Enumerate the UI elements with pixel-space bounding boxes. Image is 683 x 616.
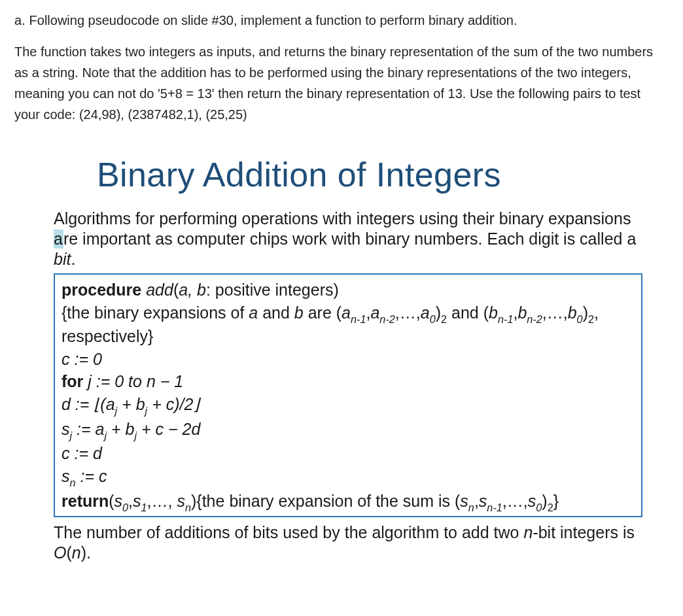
intro-end: .	[71, 250, 75, 268]
intro-pre: Algorithms for performing operations wit…	[54, 209, 631, 228]
algo-sn-line: sn := c	[61, 466, 635, 490]
kw-return: return	[61, 492, 109, 510]
ret-sn: s	[177, 492, 185, 510]
complexity-n: n	[523, 523, 533, 541]
question-label: a.	[14, 13, 29, 27]
d-mid1: +	[117, 395, 136, 413]
close1: )	[436, 303, 441, 322]
base2a: 2	[441, 313, 447, 325]
b-n2: b	[517, 303, 527, 322]
kw-procedure: procedure	[61, 281, 146, 299]
complexity-paren: (	[66, 543, 71, 562]
comment-mid1: and	[258, 303, 294, 322]
comment-b: b	[294, 303, 304, 322]
algo-c-init: c := 0	[61, 349, 635, 371]
complexity-O: O	[54, 543, 66, 562]
complexity-note: The number of additions of bits used by …	[54, 522, 642, 563]
algorithm-box: procedure add(a, b: positive integers) {…	[54, 273, 642, 517]
ret-close2: )	[542, 492, 547, 510]
complexity-end: ).	[81, 543, 91, 562]
comment-mid2: are (	[304, 303, 342, 322]
comma-end: ,	[594, 303, 599, 322]
intro-hl-a: a	[54, 230, 63, 248]
comma-dots1b: ,…,	[542, 303, 568, 322]
d-post: + c)/2⌋	[147, 395, 200, 413]
d-subj2: j	[145, 405, 148, 417]
ret-sn1: s	[479, 492, 487, 510]
ret-cma: ,	[474, 492, 479, 510]
algo-s-line: sj := aj + bj + c − 2d	[61, 419, 635, 443]
s-s: s	[61, 420, 70, 438]
ret-sub0b: 0	[536, 502, 542, 513]
b-sub-n1: n-1	[498, 313, 514, 325]
for-rest: j := 0 to n − 1	[83, 372, 183, 390]
ret-s0: s	[114, 492, 123, 510]
comment-open: {the binary expansions of	[61, 303, 249, 322]
comma-dots1: ,…,	[395, 303, 421, 322]
s-subj: j	[70, 430, 73, 441]
algo-procedure: procedure add(a, b: positive integers)	[61, 279, 635, 301]
s-bj: b	[126, 420, 135, 438]
close2: )	[583, 303, 588, 322]
s-post: + c − 2d	[137, 420, 200, 438]
d-aj: a	[106, 395, 115, 413]
a-n1: a	[342, 303, 351, 322]
ret-base2: 2	[548, 502, 553, 513]
algo-for: for j := 0 to n − 1	[61, 371, 635, 393]
sn-rest: := c	[76, 467, 107, 485]
sub-n1: n-1	[351, 313, 366, 325]
ret-brace: }	[553, 492, 559, 510]
ret-dots: ,…,	[147, 492, 177, 510]
b-sub-0: 0	[577, 313, 583, 325]
algo-return: return(s0,s1,…, sn){the binary expansion…	[61, 490, 635, 515]
intro-bit: bit	[54, 250, 71, 268]
algo-d-line: d := ⌊(aj + bj + c)/2⌋	[61, 394, 635, 418]
complexity-n2: n	[72, 543, 81, 562]
ret-s0b: s	[528, 492, 536, 510]
ret-subn: n	[185, 502, 191, 513]
ret-open: (	[109, 492, 114, 510]
b-sub-n2: n-2	[527, 313, 542, 325]
complexity-mid: -bit integers is	[533, 523, 635, 541]
sn-sub: n	[70, 477, 76, 488]
ret-sub0: 0	[122, 502, 128, 513]
s-aj-sub: j	[104, 430, 107, 441]
and-text: and (	[447, 303, 489, 322]
complexity-pre: The number of additions of bits used by …	[54, 523, 523, 541]
b-n1: b	[489, 303, 498, 322]
b-0: b	[568, 303, 577, 322]
slide-intro: Algorithms for performing operations wit…	[54, 209, 642, 269]
sub-n2: n-2	[379, 313, 395, 325]
d-bj: b	[136, 395, 145, 413]
ret-s1: s	[133, 492, 141, 510]
proc-open: (	[173, 281, 179, 299]
s-aj: a	[96, 420, 105, 438]
proc-args: a, b	[179, 281, 206, 299]
ret-subna: n	[468, 502, 474, 513]
d-pre: d := ⌊(	[61, 395, 106, 413]
ret-subn1: n-1	[487, 502, 502, 513]
intro-hl-rest: re	[63, 230, 78, 248]
a-n2: a	[370, 303, 379, 322]
intro-post: important as computer chips work with bi…	[78, 230, 636, 248]
proc-rest: : positive integers)	[206, 281, 339, 299]
question-description: The function takes two integers as input…	[14, 41, 669, 125]
ret-sub1: 1	[141, 502, 147, 513]
ret-comment-pre: {the binary expansion of the sum is (	[196, 492, 460, 510]
d-subj1: j	[115, 405, 118, 417]
ret-sna: s	[460, 492, 468, 510]
s-bj-sub: j	[135, 430, 137, 441]
respectively: respectively}	[61, 327, 153, 345]
slide-title: Binary Addition of Integers	[97, 155, 669, 194]
algo-c-d: c := d	[61, 443, 635, 465]
base2b: 2	[588, 313, 594, 325]
kw-for: for	[61, 372, 83, 390]
comment-a: a	[249, 303, 258, 322]
s-mid: :=	[72, 420, 95, 438]
sub-0: 0	[430, 313, 436, 325]
question-text: Following pseudocode on slide #30, imple…	[29, 13, 517, 27]
question-line: a. Following pseudocode on slide #30, im…	[14, 13, 669, 28]
ret-dots2: ,…,	[502, 492, 528, 510]
proc-name: add	[146, 281, 173, 299]
intro-highlight: are	[54, 230, 78, 248]
